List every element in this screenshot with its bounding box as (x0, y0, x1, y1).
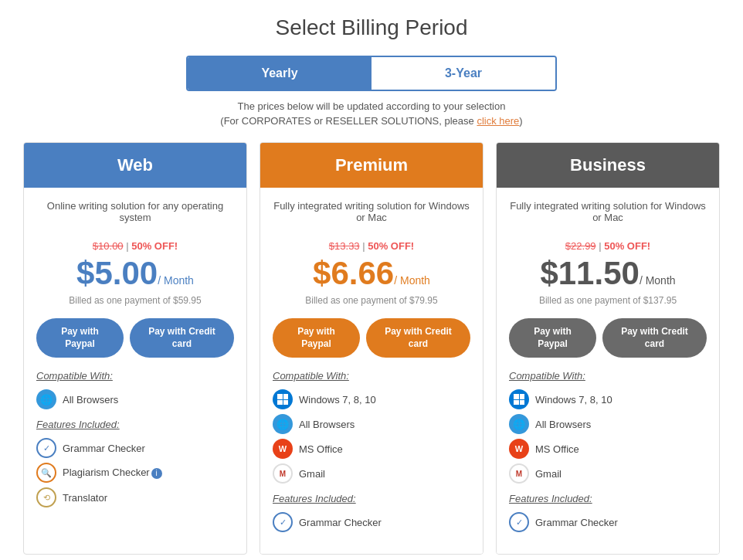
plan-card-premium: Premium Fully integrated writing solutio… (260, 142, 483, 555)
billed-as-premium: Billed as one payment of $79.95 (273, 295, 470, 306)
compat-list-web: 🌐 All Browsers (36, 389, 234, 409)
paypal-btn-web[interactable]: Pay with Paypal (36, 318, 124, 358)
subtitle1: The prices below will be updated accordi… (15, 100, 728, 112)
translator-icon: ⟲ (36, 487, 56, 507)
original-price-premium: $13.33 | 50% OFF! (273, 240, 470, 252)
billing-toggle[interactable]: Yearly 3-Year (186, 56, 557, 91)
credit-btn-business[interactable]: Pay with Credit card (602, 318, 707, 358)
feature-item: ✓ Grammar Checker (273, 512, 470, 532)
plan-name-premium: Premium (273, 155, 470, 175)
compat-item: Windows 7, 8, 10 (273, 389, 470, 409)
credit-btn-premium[interactable]: Pay with Credit card (366, 318, 470, 358)
features-label-web: Features Included: (36, 419, 234, 430)
compat-list-business: Windows 7, 8, 10 🌐 All Browsers W MS Off… (509, 389, 707, 484)
plan-body-business: Fully integrated writing solution for Wi… (497, 188, 719, 554)
gmail-icon: M (509, 463, 529, 484)
plans-container: Web Online writing solution for any oper… (15, 142, 728, 555)
compat-item: W MS Office (509, 439, 707, 459)
toggle-yearly[interactable]: Yearly (188, 57, 372, 90)
paypal-btn-business[interactable]: Pay with Paypal (509, 318, 596, 358)
grammar-icon: ✓ (36, 438, 56, 458)
plan-header-business: Business (497, 143, 719, 188)
features-list-premium: ✓ Grammar Checker (273, 512, 470, 532)
current-price-premium: $6.66/ Month (273, 255, 470, 292)
click-here-link[interactable]: click here (477, 115, 519, 127)
compat-item: 🌐 All Browsers (36, 389, 234, 409)
paypal-btn-premium[interactable]: Pay with Paypal (273, 318, 360, 358)
compat-item: 🌐 All Browsers (273, 414, 470, 434)
pay-buttons-business: Pay with Paypal Pay with Credit card (509, 318, 707, 358)
subtitle2: (For CORPORATES or RESELLER SOLUTIONS, p… (15, 115, 728, 127)
feature-item: ✓ Grammar Checker (36, 438, 234, 458)
features-label-business: Features Included: (509, 493, 707, 504)
browser-icon: 🌐 (36, 389, 56, 409)
plan-description-web: Online writing solution for any operatin… (36, 200, 234, 231)
plan-body-premium: Fully integrated writing solution for Wi… (260, 188, 483, 554)
browser-icon: 🌐 (509, 414, 529, 434)
plan-description-premium: Fully integrated writing solution for Wi… (273, 200, 470, 231)
feature-item: ⟲ Translator (36, 487, 234, 507)
credit-btn-web[interactable]: Pay with Credit card (130, 318, 234, 358)
compat-item: W MS Office (273, 439, 470, 459)
pay-buttons-web: Pay with Paypal Pay with Credit card (36, 318, 234, 358)
compat-item: Windows 7, 8, 10 (509, 389, 707, 409)
billed-as-business: Billed as one payment of $137.95 (509, 295, 707, 306)
plan-body-web: Online writing solution for any operatin… (24, 188, 246, 529)
browser-icon: 🌐 (273, 414, 293, 434)
features-list-business: ✓ Grammar Checker (509, 512, 707, 532)
plan-name-business: Business (509, 155, 707, 175)
compatible-label-premium: Compatible With: (273, 370, 470, 382)
plan-card-web: Web Online writing solution for any oper… (23, 142, 247, 555)
plan-header-premium: Premium (260, 143, 483, 188)
features-label-premium: Features Included: (273, 493, 470, 504)
plagiarism-icon: 🔍 (36, 463, 56, 483)
plan-header-web: Web (24, 143, 246, 188)
original-price-business: $22.99 | 50% OFF! (509, 240, 707, 252)
compatible-label-web: Compatible With: (36, 370, 234, 382)
feature-item: ✓ Grammar Checker (509, 512, 707, 532)
current-price-business: $11.50/ Month (509, 255, 707, 292)
feature-item: 🔍 Plagiarism Checkeri (36, 463, 234, 483)
msoffice-icon: W (273, 439, 293, 459)
gmail-icon: M (273, 463, 293, 484)
plan-card-business: Business Fully integrated writing soluti… (496, 142, 720, 555)
compatible-label-business: Compatible With: (509, 370, 707, 382)
billed-as-web: Billed as one payment of $59.95 (36, 295, 234, 306)
info-icon[interactable]: i (151, 468, 162, 479)
plan-description-business: Fully integrated writing solution for Wi… (509, 200, 707, 231)
pay-buttons-premium: Pay with Paypal Pay with Credit card (273, 318, 470, 358)
grammar-icon: ✓ (273, 512, 293, 532)
toggle-3year[interactable]: 3-Year (372, 57, 555, 90)
windows-icon (273, 389, 293, 409)
windows-icon (509, 389, 529, 409)
plan-name-web: Web (36, 155, 234, 175)
compat-item: M Gmail (509, 463, 707, 484)
current-price-web: $5.00/ Month (36, 255, 234, 292)
features-list-web: ✓ Grammar Checker 🔍 Plagiarism Checkeri … (36, 438, 234, 507)
compat-item: 🌐 All Browsers (509, 414, 707, 434)
compat-list-premium: Windows 7, 8, 10 🌐 All Browsers W MS Off… (273, 389, 470, 484)
msoffice-icon: W (509, 439, 529, 459)
original-price-web: $10.00 | 50% OFF! (36, 240, 234, 252)
grammar-icon: ✓ (509, 512, 529, 532)
page-title: Select Billing Period (15, 15, 728, 40)
compat-item: M Gmail (273, 463, 470, 484)
